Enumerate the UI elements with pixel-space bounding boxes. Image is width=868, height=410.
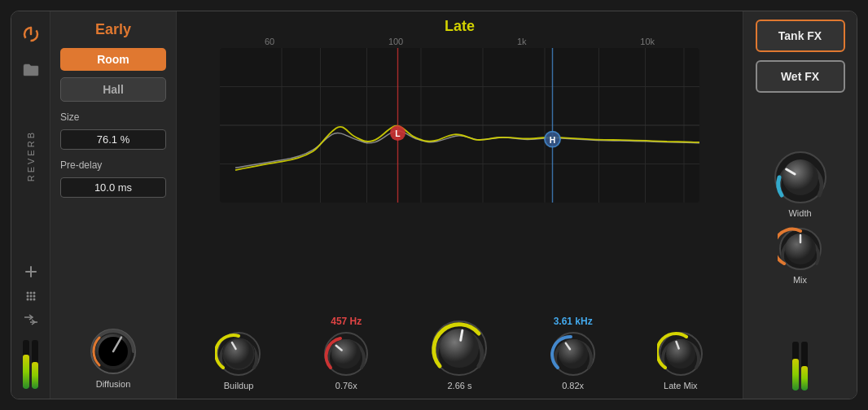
high-gain-knob[interactable] (550, 330, 597, 377)
level-meters (23, 340, 38, 389)
svg-point-12 (33, 298, 35, 300)
right-panel: Tank FX Wet FX Width (743, 11, 857, 399)
diffusion-knob[interactable] (89, 327, 138, 376)
diffusion-label: Diffusion (96, 379, 131, 389)
low-freq-label: 457 Hz (331, 316, 362, 327)
high-gain-group: 3.61 kHz 0.82x (550, 316, 597, 390)
right-level-meter-left (792, 342, 799, 390)
hall-mode-button[interactable]: Hall (60, 77, 166, 102)
freq-60: 60 (265, 37, 274, 46)
folder-button[interactable] (18, 57, 44, 83)
room-mode-button[interactable]: Room (60, 48, 166, 71)
wet-fx-button[interactable]: Wet FX (756, 60, 845, 93)
svg-point-41 (224, 339, 253, 369)
buildup-group: Buildup (215, 330, 262, 390)
level-meter-left (23, 340, 29, 389)
svg-point-8 (29, 294, 32, 297)
svg-point-11 (33, 294, 35, 297)
right-level-meters (792, 342, 808, 390)
width-section: Width (773, 150, 828, 218)
knobs-row: Buildup 457 Hz (177, 309, 743, 399)
freq-1k: 1k (517, 37, 527, 46)
svg-line-48 (461, 330, 462, 340)
svg-point-6 (26, 298, 28, 300)
early-title: Early (60, 21, 166, 38)
size-value[interactable]: 76.1 % (60, 129, 166, 150)
svg-text:H: H (550, 136, 556, 145)
svg-point-47 (440, 329, 479, 368)
eq-display[interactable]: L H (183, 48, 736, 203)
svg-point-9 (29, 298, 32, 300)
freq-100: 100 (388, 37, 403, 46)
level-meter-right (32, 340, 38, 389)
svg-point-5 (26, 294, 28, 297)
freq-10k: 10k (640, 37, 655, 46)
high-freq-label: 3.61 kHz (554, 316, 593, 327)
routing-button[interactable] (24, 314, 38, 329)
late-mix-group: Late Mix (657, 330, 704, 390)
right-level-meter-right (801, 342, 808, 390)
svg-point-56 (783, 159, 818, 195)
svg-point-53 (666, 339, 695, 369)
diffusion-section: Diffusion (60, 327, 166, 389)
svg-point-50 (559, 339, 588, 369)
low-gain-label: 0.76x (335, 381, 357, 390)
power-button[interactable] (18, 21, 44, 47)
low-gain-group: 457 Hz 0.76x (322, 316, 370, 390)
add-button[interactable] (24, 265, 37, 281)
late-title: Late (177, 11, 743, 35)
size-label: Size (60, 111, 166, 123)
predelay-value[interactable]: 10.0 ms (60, 177, 166, 198)
buildup-knob[interactable] (215, 330, 262, 377)
menu-button[interactable] (24, 290, 37, 306)
low-gain-knob[interactable] (322, 330, 370, 377)
mix-label: Mix (793, 275, 807, 285)
plugin-title: REVERB (26, 130, 36, 181)
late-mix-knob[interactable] (657, 330, 704, 377)
predelay-label: Pre-delay (60, 159, 166, 171)
svg-point-7 (29, 291, 32, 294)
mix-section: Mix (778, 226, 823, 285)
left-sidebar: REVERB (11, 11, 50, 399)
early-panel: Early Room Hall Size 76.1 % Pre-delay 10… (50, 11, 177, 399)
svg-point-4 (26, 291, 28, 294)
svg-text:L: L (395, 129, 401, 138)
width-knob[interactable] (773, 150, 828, 205)
svg-point-44 (331, 339, 361, 369)
decay-label: 2.66 s (447, 381, 471, 390)
high-gain-label: 0.82x (562, 381, 584, 390)
main-display: Late 60 100 1k 10k (177, 11, 743, 399)
sidebar-bottom (23, 265, 38, 389)
plugin-container: REVERB (11, 11, 857, 399)
late-mix-label: Late Mix (664, 381, 698, 390)
svg-point-10 (33, 291, 35, 294)
decay-group: 2.66 s (430, 319, 489, 390)
width-label: Width (788, 208, 811, 218)
buildup-label: Buildup (224, 381, 254, 390)
tank-fx-button[interactable]: Tank FX (756, 20, 845, 52)
decay-knob[interactable] (430, 319, 489, 377)
mix-knob[interactable] (778, 226, 823, 272)
